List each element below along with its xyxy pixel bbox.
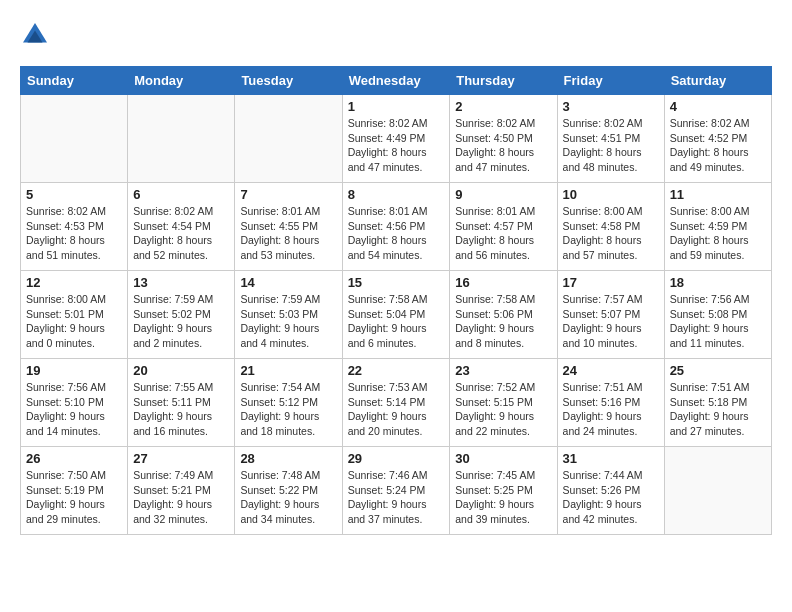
calendar-cell: 28Sunrise: 7:48 AM Sunset: 5:22 PM Dayli… (235, 447, 342, 535)
cell-info: Sunrise: 7:52 AM Sunset: 5:15 PM Dayligh… (455, 380, 551, 439)
cell-date: 18 (670, 275, 766, 290)
calendar-cell: 6Sunrise: 8:02 AM Sunset: 4:54 PM Daylig… (128, 183, 235, 271)
cell-info: Sunrise: 7:51 AM Sunset: 5:16 PM Dayligh… (563, 380, 659, 439)
cell-date: 28 (240, 451, 336, 466)
logo-icon (20, 20, 50, 50)
calendar-cell: 1Sunrise: 8:02 AM Sunset: 4:49 PM Daylig… (342, 95, 450, 183)
cell-info: Sunrise: 7:45 AM Sunset: 5:25 PM Dayligh… (455, 468, 551, 527)
cell-date: 2 (455, 99, 551, 114)
cell-date: 26 (26, 451, 122, 466)
day-header-thursday: Thursday (450, 67, 557, 95)
calendar-week-1: 1Sunrise: 8:02 AM Sunset: 4:49 PM Daylig… (21, 95, 772, 183)
day-header-sunday: Sunday (21, 67, 128, 95)
cell-info: Sunrise: 7:59 AM Sunset: 5:03 PM Dayligh… (240, 292, 336, 351)
calendar-week-5: 26Sunrise: 7:50 AM Sunset: 5:19 PM Dayli… (21, 447, 772, 535)
cell-date: 11 (670, 187, 766, 202)
calendar-cell: 19Sunrise: 7:56 AM Sunset: 5:10 PM Dayli… (21, 359, 128, 447)
cell-info: Sunrise: 8:02 AM Sunset: 4:54 PM Dayligh… (133, 204, 229, 263)
cell-info: Sunrise: 7:53 AM Sunset: 5:14 PM Dayligh… (348, 380, 445, 439)
cell-date: 14 (240, 275, 336, 290)
cell-info: Sunrise: 7:46 AM Sunset: 5:24 PM Dayligh… (348, 468, 445, 527)
cell-date: 24 (563, 363, 659, 378)
calendar-cell: 25Sunrise: 7:51 AM Sunset: 5:18 PM Dayli… (664, 359, 771, 447)
cell-date: 22 (348, 363, 445, 378)
cell-info: Sunrise: 7:50 AM Sunset: 5:19 PM Dayligh… (26, 468, 122, 527)
cell-info: Sunrise: 7:44 AM Sunset: 5:26 PM Dayligh… (563, 468, 659, 527)
cell-date: 17 (563, 275, 659, 290)
day-header-saturday: Saturday (664, 67, 771, 95)
calendar-cell: 15Sunrise: 7:58 AM Sunset: 5:04 PM Dayli… (342, 271, 450, 359)
calendar-cell: 30Sunrise: 7:45 AM Sunset: 5:25 PM Dayli… (450, 447, 557, 535)
cell-date: 30 (455, 451, 551, 466)
cell-date: 12 (26, 275, 122, 290)
calendar-cell: 16Sunrise: 7:58 AM Sunset: 5:06 PM Dayli… (450, 271, 557, 359)
calendar-cell (664, 447, 771, 535)
cell-info: Sunrise: 8:02 AM Sunset: 4:52 PM Dayligh… (670, 116, 766, 175)
calendar-cell: 23Sunrise: 7:52 AM Sunset: 5:15 PM Dayli… (450, 359, 557, 447)
calendar-cell: 27Sunrise: 7:49 AM Sunset: 5:21 PM Dayli… (128, 447, 235, 535)
cell-info: Sunrise: 7:55 AM Sunset: 5:11 PM Dayligh… (133, 380, 229, 439)
calendar-week-2: 5Sunrise: 8:02 AM Sunset: 4:53 PM Daylig… (21, 183, 772, 271)
cell-date: 29 (348, 451, 445, 466)
calendar-cell: 3Sunrise: 8:02 AM Sunset: 4:51 PM Daylig… (557, 95, 664, 183)
cell-date: 9 (455, 187, 551, 202)
calendar-cell: 26Sunrise: 7:50 AM Sunset: 5:19 PM Dayli… (21, 447, 128, 535)
cell-date: 27 (133, 451, 229, 466)
calendar-cell: 12Sunrise: 8:00 AM Sunset: 5:01 PM Dayli… (21, 271, 128, 359)
cell-info: Sunrise: 7:54 AM Sunset: 5:12 PM Dayligh… (240, 380, 336, 439)
calendar-cell: 9Sunrise: 8:01 AM Sunset: 4:57 PM Daylig… (450, 183, 557, 271)
cell-date: 1 (348, 99, 445, 114)
cell-date: 16 (455, 275, 551, 290)
day-header-tuesday: Tuesday (235, 67, 342, 95)
calendar-cell (235, 95, 342, 183)
cell-date: 20 (133, 363, 229, 378)
calendar-cell: 22Sunrise: 7:53 AM Sunset: 5:14 PM Dayli… (342, 359, 450, 447)
calendar-cell: 20Sunrise: 7:55 AM Sunset: 5:11 PM Dayli… (128, 359, 235, 447)
logo (20, 20, 54, 50)
day-header-friday: Friday (557, 67, 664, 95)
calendar-header-row: SundayMondayTuesdayWednesdayThursdayFrid… (21, 67, 772, 95)
cell-info: Sunrise: 8:02 AM Sunset: 4:53 PM Dayligh… (26, 204, 122, 263)
calendar-cell: 17Sunrise: 7:57 AM Sunset: 5:07 PM Dayli… (557, 271, 664, 359)
cell-date: 13 (133, 275, 229, 290)
cell-info: Sunrise: 8:02 AM Sunset: 4:49 PM Dayligh… (348, 116, 445, 175)
calendar-cell: 10Sunrise: 8:00 AM Sunset: 4:58 PM Dayli… (557, 183, 664, 271)
calendar-cell: 21Sunrise: 7:54 AM Sunset: 5:12 PM Dayli… (235, 359, 342, 447)
cell-info: Sunrise: 7:56 AM Sunset: 5:08 PM Dayligh… (670, 292, 766, 351)
cell-date: 6 (133, 187, 229, 202)
cell-date: 4 (670, 99, 766, 114)
cell-date: 5 (26, 187, 122, 202)
cell-info: Sunrise: 7:58 AM Sunset: 5:04 PM Dayligh… (348, 292, 445, 351)
day-header-wednesday: Wednesday (342, 67, 450, 95)
calendar-week-3: 12Sunrise: 8:00 AM Sunset: 5:01 PM Dayli… (21, 271, 772, 359)
cell-info: Sunrise: 8:02 AM Sunset: 4:50 PM Dayligh… (455, 116, 551, 175)
cell-info: Sunrise: 7:49 AM Sunset: 5:21 PM Dayligh… (133, 468, 229, 527)
cell-date: 31 (563, 451, 659, 466)
cell-info: Sunrise: 8:01 AM Sunset: 4:57 PM Dayligh… (455, 204, 551, 263)
calendar-cell (128, 95, 235, 183)
header (20, 20, 772, 50)
cell-date: 15 (348, 275, 445, 290)
cell-info: Sunrise: 8:00 AM Sunset: 4:59 PM Dayligh… (670, 204, 766, 263)
calendar-cell: 18Sunrise: 7:56 AM Sunset: 5:08 PM Dayli… (664, 271, 771, 359)
cell-date: 21 (240, 363, 336, 378)
cell-info: Sunrise: 8:02 AM Sunset: 4:51 PM Dayligh… (563, 116, 659, 175)
cell-info: Sunrise: 7:59 AM Sunset: 5:02 PM Dayligh… (133, 292, 229, 351)
calendar-cell: 31Sunrise: 7:44 AM Sunset: 5:26 PM Dayli… (557, 447, 664, 535)
cell-info: Sunrise: 8:01 AM Sunset: 4:56 PM Dayligh… (348, 204, 445, 263)
calendar-cell: 4Sunrise: 8:02 AM Sunset: 4:52 PM Daylig… (664, 95, 771, 183)
cell-info: Sunrise: 7:58 AM Sunset: 5:06 PM Dayligh… (455, 292, 551, 351)
cell-date: 23 (455, 363, 551, 378)
cell-info: Sunrise: 7:48 AM Sunset: 5:22 PM Dayligh… (240, 468, 336, 527)
calendar-cell: 7Sunrise: 8:01 AM Sunset: 4:55 PM Daylig… (235, 183, 342, 271)
cell-info: Sunrise: 7:51 AM Sunset: 5:18 PM Dayligh… (670, 380, 766, 439)
calendar-cell: 2Sunrise: 8:02 AM Sunset: 4:50 PM Daylig… (450, 95, 557, 183)
cell-info: Sunrise: 8:01 AM Sunset: 4:55 PM Dayligh… (240, 204, 336, 263)
calendar-cell: 29Sunrise: 7:46 AM Sunset: 5:24 PM Dayli… (342, 447, 450, 535)
cell-date: 10 (563, 187, 659, 202)
cell-date: 8 (348, 187, 445, 202)
calendar-cell: 11Sunrise: 8:00 AM Sunset: 4:59 PM Dayli… (664, 183, 771, 271)
cell-info: Sunrise: 7:56 AM Sunset: 5:10 PM Dayligh… (26, 380, 122, 439)
cell-info: Sunrise: 8:00 AM Sunset: 4:58 PM Dayligh… (563, 204, 659, 263)
cell-date: 3 (563, 99, 659, 114)
